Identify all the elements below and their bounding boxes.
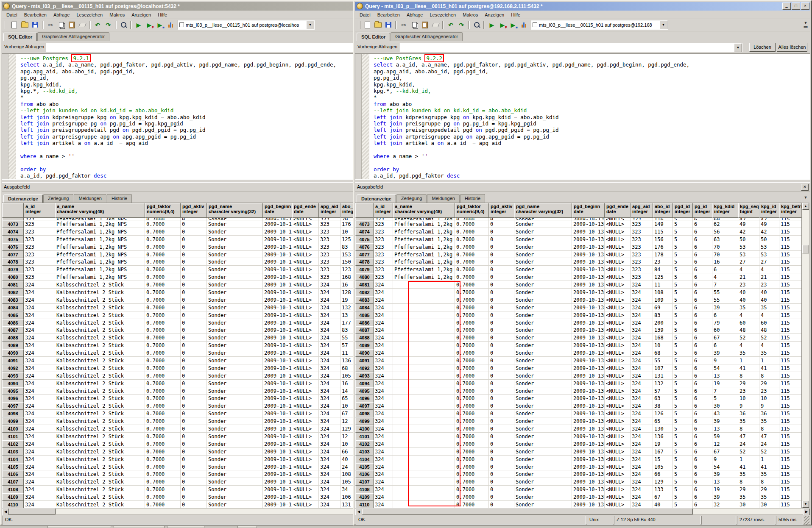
grid-cell[interactable]: Sonder bbox=[514, 357, 572, 364]
grid-cell[interactable]: 67 bbox=[712, 448, 738, 456]
grid-cell[interactable]: 5 bbox=[673, 456, 693, 463]
grid-cell[interactable]: <NULL> bbox=[605, 349, 631, 357]
grid-cell[interactable]: 2009-10-13 bbox=[263, 417, 292, 425]
grid-cell[interactable]: <NULL> bbox=[292, 410, 319, 417]
grid-cell[interactable]: 115 bbox=[779, 486, 801, 493]
grid-cell[interactable]: 200 bbox=[653, 319, 673, 327]
grid-cell[interactable]: 10 bbox=[653, 342, 673, 349]
grid-cell[interactable]: 0.7000 bbox=[145, 470, 181, 478]
grid-cell[interactable]: Sonder bbox=[207, 493, 263, 501]
grid-cell[interactable]: 324 bbox=[319, 493, 340, 501]
table-row[interactable]: 40973240.70000Sonder2009-10-13<NULL>3243… bbox=[355, 402, 801, 410]
grid-cell[interactable]: 324 bbox=[319, 349, 340, 357]
grid-cell[interactable]: Sonder bbox=[514, 228, 572, 236]
grid-cell[interactable]: 4 bbox=[759, 311, 779, 319]
table-row[interactable]: 40933240.70000Sonder2009-10-13<NULL>3241… bbox=[355, 372, 801, 380]
table-row[interactable]: 40843240.70000Sonder2009-10-13<NULL>3246… bbox=[355, 304, 801, 311]
grid-cell[interactable]: 115 bbox=[779, 440, 801, 448]
grid-cell[interactable]: 0.7000 bbox=[455, 319, 489, 327]
output-tab-0[interactable]: Datenanzeige bbox=[357, 195, 396, 203]
row-number[interactable]: 4086 bbox=[355, 319, 374, 327]
grid-cell[interactable]: 0.7000 bbox=[455, 334, 489, 342]
grid-cell[interactable]: Sonder bbox=[207, 266, 263, 273]
previous-queries-combobox[interactable]: ▼ bbox=[46, 43, 353, 52]
grid-cell[interactable]: 5 bbox=[673, 326, 693, 334]
grid-cell[interactable]: 323 bbox=[374, 220, 393, 228]
row-number[interactable]: 4073 bbox=[2, 220, 24, 228]
grid-cell[interactable]: 59 bbox=[712, 433, 738, 440]
row-number[interactable]: 4102 bbox=[2, 440, 24, 448]
grid-cell[interactable]: <NULL> bbox=[292, 334, 319, 342]
column-header[interactable]: pgd_beginndate bbox=[572, 203, 605, 218]
grid-cell[interactable]: 324 bbox=[24, 311, 55, 319]
grid-cell[interactable]: 5 bbox=[673, 243, 693, 251]
grid-cell[interactable]: 324 bbox=[374, 387, 393, 395]
scroll-up-icon[interactable]: ▲ bbox=[802, 203, 809, 210]
grid-cell[interactable]: 27 bbox=[759, 258, 779, 266]
grid-cell[interactable]: 2009-10-13 bbox=[572, 417, 605, 425]
grid-cell[interactable]: Kalbsschnitzel 2 Stück bbox=[55, 417, 145, 425]
grid-cell[interactable]: 5 bbox=[673, 266, 693, 273]
row-number[interactable]: 4100 bbox=[355, 425, 374, 433]
grid-cell[interactable]: 5 bbox=[673, 493, 693, 501]
grid-cell[interactable]: 324 bbox=[374, 311, 393, 319]
row-number[interactable]: 4099 bbox=[2, 417, 24, 425]
grid-cell[interactable]: 6 bbox=[693, 456, 712, 463]
grid-cell[interactable]: Sonder bbox=[514, 425, 572, 433]
grid-cell[interactable]: 324 bbox=[319, 501, 340, 509]
grid-cell[interactable]: Pfeffersalami 1,2kg NPS bbox=[393, 220, 455, 228]
grid-cell[interactable]: 324 bbox=[631, 357, 653, 364]
grid-cell[interactable]: 0 bbox=[181, 433, 207, 440]
splitter-handle[interactable] bbox=[2, 179, 353, 182]
grid-cell[interactable]: 0.7000 bbox=[455, 372, 489, 380]
grid-cell[interactable]: 4 bbox=[738, 342, 759, 349]
table-row[interactable]: 4106324Kalbsschnitzel 2 Stück0.70000Sond… bbox=[2, 470, 353, 478]
grid-cell[interactable]: Sonder bbox=[207, 448, 263, 456]
grid-cell[interactable]: 323 bbox=[374, 258, 393, 266]
grid-cell[interactable]: 176 bbox=[653, 243, 673, 251]
grid-cell[interactable]: 324 bbox=[374, 372, 393, 380]
grid-cell[interactable]: 324 bbox=[24, 357, 55, 364]
new-file-button[interactable] bbox=[9, 20, 19, 30]
grid-cell[interactable]: 2009-10-13 bbox=[572, 266, 605, 273]
grid-cell[interactable]: <NULL> bbox=[292, 326, 319, 334]
undo-button[interactable]: ↶ bbox=[92, 20, 103, 30]
grid-cell[interactable]: 0.7000 bbox=[455, 425, 489, 433]
row-number[interactable]: 4101 bbox=[2, 433, 24, 440]
output-tab-1[interactable]: Zerlegung bbox=[43, 194, 74, 203]
grid-cell[interactable]: Pfeffersalami 1,2kg NPS bbox=[55, 228, 145, 236]
grid-cell[interactable]: 19 bbox=[712, 380, 738, 387]
grid-cell[interactable]: 324 bbox=[319, 387, 340, 395]
grid-cell[interactable]: 5 bbox=[673, 410, 693, 417]
grid-cell[interactable]: <NULL> bbox=[605, 417, 631, 425]
grid-cell[interactable]: 11 bbox=[340, 349, 353, 357]
grid-cell[interactable]: 10 bbox=[738, 395, 759, 402]
grid-cell[interactable]: 2009-10-13 bbox=[572, 448, 605, 456]
grid-cell[interactable]: 324 bbox=[374, 380, 393, 387]
table-row[interactable]: 41103240.70000Sonder2009-10-13<NULL>3244… bbox=[355, 501, 801, 509]
grid-cell[interactable]: 0.7000 bbox=[145, 311, 181, 319]
grid-cell[interactable]: 6 bbox=[693, 266, 712, 273]
grid-cell[interactable]: 115 bbox=[779, 266, 801, 273]
grid-cell[interactable]: 107 bbox=[653, 364, 673, 372]
grid-cell[interactable]: 8 bbox=[759, 372, 779, 380]
grid-cell[interactable]: 66 bbox=[340, 448, 353, 456]
row-number[interactable]: 4105 bbox=[2, 463, 24, 471]
grid-cell[interactable]: 0.7000 bbox=[455, 342, 489, 349]
grid-cell[interactable]: Sonder bbox=[207, 478, 263, 486]
grid-cell[interactable]: 6 bbox=[693, 258, 712, 266]
grid-cell[interactable]: 2009-10-13 bbox=[263, 387, 292, 395]
grid-cell[interactable]: Sonder bbox=[207, 258, 263, 266]
grid-cell[interactable]: Sonder bbox=[514, 220, 572, 228]
grid-cell[interactable]: 323 bbox=[631, 236, 653, 243]
grid-cell[interactable]: 13 bbox=[340, 311, 353, 319]
grid-cell[interactable]: Kalbsschnitzel 2 Stück bbox=[55, 501, 145, 509]
grid-cell[interactable]: Kalbsschnitzel 2 Stück bbox=[55, 311, 145, 319]
grid-cell[interactable]: 39 bbox=[712, 417, 738, 425]
grid-cell[interactable]: Sonder bbox=[207, 281, 263, 289]
menu-abfrage[interactable]: Abfrage bbox=[404, 11, 426, 18]
grid-cell[interactable]: 49 bbox=[738, 220, 759, 228]
grid-cell[interactable]: 36 bbox=[738, 410, 759, 417]
grid-cell[interactable]: 2009-10-13 bbox=[263, 463, 292, 471]
table-row[interactable]: 41073240.70000Sonder2009-10-13<NULL>3241… bbox=[355, 478, 801, 486]
